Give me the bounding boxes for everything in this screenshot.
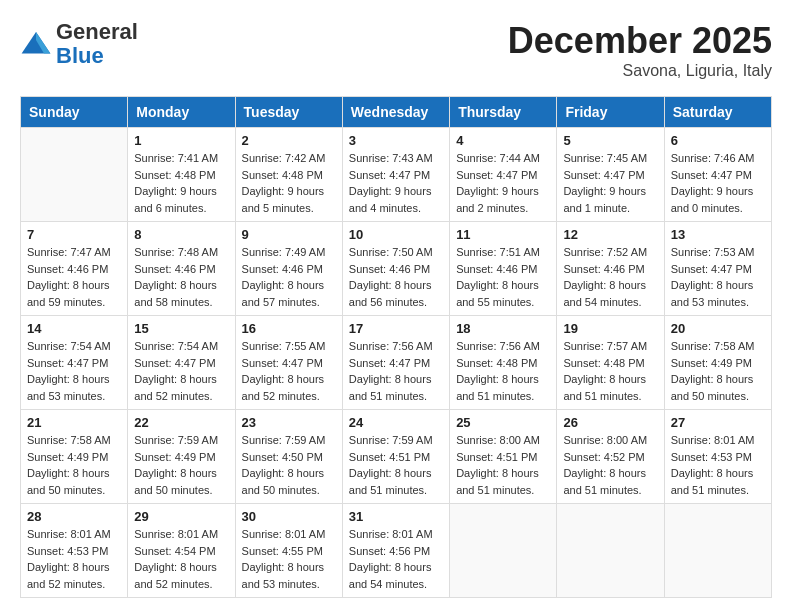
weekday-header-row: SundayMondayTuesdayWednesdayThursdayFrid… (21, 97, 772, 128)
day-number: 11 (456, 227, 550, 242)
calendar-cell: 10Sunrise: 7:50 AM Sunset: 4:46 PM Dayli… (342, 222, 449, 316)
day-number: 16 (242, 321, 336, 336)
calendar-cell: 14Sunrise: 7:54 AM Sunset: 4:47 PM Dayli… (21, 316, 128, 410)
calendar-cell: 25Sunrise: 8:00 AM Sunset: 4:51 PM Dayli… (450, 410, 557, 504)
day-info: Sunrise: 7:50 AM Sunset: 4:46 PM Dayligh… (349, 244, 443, 310)
calendar-cell: 17Sunrise: 7:56 AM Sunset: 4:47 PM Dayli… (342, 316, 449, 410)
weekday-header-thursday: Thursday (450, 97, 557, 128)
day-number: 22 (134, 415, 228, 430)
day-info: Sunrise: 7:54 AM Sunset: 4:47 PM Dayligh… (27, 338, 121, 404)
day-number: 8 (134, 227, 228, 242)
calendar-cell (557, 504, 664, 598)
calendar-week-row: 7Sunrise: 7:47 AM Sunset: 4:46 PM Daylig… (21, 222, 772, 316)
day-number: 31 (349, 509, 443, 524)
day-number: 9 (242, 227, 336, 242)
calendar-cell: 18Sunrise: 7:56 AM Sunset: 4:48 PM Dayli… (450, 316, 557, 410)
calendar-cell: 19Sunrise: 7:57 AM Sunset: 4:48 PM Dayli… (557, 316, 664, 410)
calendar-cell: 28Sunrise: 8:01 AM Sunset: 4:53 PM Dayli… (21, 504, 128, 598)
day-info: Sunrise: 7:54 AM Sunset: 4:47 PM Dayligh… (134, 338, 228, 404)
day-info: Sunrise: 7:56 AM Sunset: 4:47 PM Dayligh… (349, 338, 443, 404)
day-number: 1 (134, 133, 228, 148)
calendar-table: SundayMondayTuesdayWednesdayThursdayFrid… (20, 96, 772, 598)
day-number: 5 (563, 133, 657, 148)
calendar-cell: 23Sunrise: 7:59 AM Sunset: 4:50 PM Dayli… (235, 410, 342, 504)
weekday-header-saturday: Saturday (664, 97, 771, 128)
calendar-cell: 31Sunrise: 8:01 AM Sunset: 4:56 PM Dayli… (342, 504, 449, 598)
calendar-cell: 11Sunrise: 7:51 AM Sunset: 4:46 PM Dayli… (450, 222, 557, 316)
logo-icon (20, 28, 52, 60)
weekday-header-tuesday: Tuesday (235, 97, 342, 128)
day-info: Sunrise: 7:59 AM Sunset: 4:51 PM Dayligh… (349, 432, 443, 498)
day-number: 21 (27, 415, 121, 430)
calendar-cell: 26Sunrise: 8:00 AM Sunset: 4:52 PM Dayli… (557, 410, 664, 504)
day-number: 30 (242, 509, 336, 524)
calendar-cell: 12Sunrise: 7:52 AM Sunset: 4:46 PM Dayli… (557, 222, 664, 316)
day-info: Sunrise: 8:01 AM Sunset: 4:54 PM Dayligh… (134, 526, 228, 592)
day-info: Sunrise: 7:42 AM Sunset: 4:48 PM Dayligh… (242, 150, 336, 216)
day-info: Sunrise: 7:47 AM Sunset: 4:46 PM Dayligh… (27, 244, 121, 310)
calendar-week-row: 21Sunrise: 7:58 AM Sunset: 4:49 PM Dayli… (21, 410, 772, 504)
calendar-cell: 30Sunrise: 8:01 AM Sunset: 4:55 PM Dayli… (235, 504, 342, 598)
day-number: 10 (349, 227, 443, 242)
day-number: 2 (242, 133, 336, 148)
day-number: 13 (671, 227, 765, 242)
day-info: Sunrise: 7:51 AM Sunset: 4:46 PM Dayligh… (456, 244, 550, 310)
calendar-cell: 8Sunrise: 7:48 AM Sunset: 4:46 PM Daylig… (128, 222, 235, 316)
calendar-cell: 27Sunrise: 8:01 AM Sunset: 4:53 PM Dayli… (664, 410, 771, 504)
day-info: Sunrise: 7:59 AM Sunset: 4:49 PM Dayligh… (134, 432, 228, 498)
day-info: Sunrise: 7:48 AM Sunset: 4:46 PM Dayligh… (134, 244, 228, 310)
calendar-cell: 15Sunrise: 7:54 AM Sunset: 4:47 PM Dayli… (128, 316, 235, 410)
day-info: Sunrise: 8:01 AM Sunset: 4:55 PM Dayligh… (242, 526, 336, 592)
day-number: 7 (27, 227, 121, 242)
calendar-cell: 9Sunrise: 7:49 AM Sunset: 4:46 PM Daylig… (235, 222, 342, 316)
day-number: 12 (563, 227, 657, 242)
calendar-cell: 29Sunrise: 8:01 AM Sunset: 4:54 PM Dayli… (128, 504, 235, 598)
logo: General Blue (20, 20, 138, 68)
day-number: 24 (349, 415, 443, 430)
day-info: Sunrise: 8:01 AM Sunset: 4:56 PM Dayligh… (349, 526, 443, 592)
title-block: December 2025 Savona, Liguria, Italy (508, 20, 772, 80)
day-number: 3 (349, 133, 443, 148)
weekday-header-wednesday: Wednesday (342, 97, 449, 128)
calendar-week-row: 28Sunrise: 8:01 AM Sunset: 4:53 PM Dayli… (21, 504, 772, 598)
day-info: Sunrise: 7:49 AM Sunset: 4:46 PM Dayligh… (242, 244, 336, 310)
day-info: Sunrise: 7:57 AM Sunset: 4:48 PM Dayligh… (563, 338, 657, 404)
day-number: 14 (27, 321, 121, 336)
day-number: 27 (671, 415, 765, 430)
weekday-header-sunday: Sunday (21, 97, 128, 128)
day-info: Sunrise: 7:45 AM Sunset: 4:47 PM Dayligh… (563, 150, 657, 216)
day-info: Sunrise: 7:44 AM Sunset: 4:47 PM Dayligh… (456, 150, 550, 216)
weekday-header-monday: Monday (128, 97, 235, 128)
calendar-cell (450, 504, 557, 598)
calendar-cell: 20Sunrise: 7:58 AM Sunset: 4:49 PM Dayli… (664, 316, 771, 410)
calendar-cell: 21Sunrise: 7:58 AM Sunset: 4:49 PM Dayli… (21, 410, 128, 504)
calendar-cell: 6Sunrise: 7:46 AM Sunset: 4:47 PM Daylig… (664, 128, 771, 222)
calendar-cell (664, 504, 771, 598)
day-info: Sunrise: 7:43 AM Sunset: 4:47 PM Dayligh… (349, 150, 443, 216)
day-number: 26 (563, 415, 657, 430)
calendar-cell: 5Sunrise: 7:45 AM Sunset: 4:47 PM Daylig… (557, 128, 664, 222)
day-info: Sunrise: 7:46 AM Sunset: 4:47 PM Dayligh… (671, 150, 765, 216)
day-info: Sunrise: 8:00 AM Sunset: 4:51 PM Dayligh… (456, 432, 550, 498)
day-info: Sunrise: 7:56 AM Sunset: 4:48 PM Dayligh… (456, 338, 550, 404)
day-info: Sunrise: 7:58 AM Sunset: 4:49 PM Dayligh… (27, 432, 121, 498)
calendar-week-row: 14Sunrise: 7:54 AM Sunset: 4:47 PM Dayli… (21, 316, 772, 410)
calendar-cell: 22Sunrise: 7:59 AM Sunset: 4:49 PM Dayli… (128, 410, 235, 504)
day-info: Sunrise: 8:00 AM Sunset: 4:52 PM Dayligh… (563, 432, 657, 498)
day-number: 25 (456, 415, 550, 430)
weekday-header-friday: Friday (557, 97, 664, 128)
day-number: 20 (671, 321, 765, 336)
day-info: Sunrise: 7:41 AM Sunset: 4:48 PM Dayligh… (134, 150, 228, 216)
day-info: Sunrise: 7:59 AM Sunset: 4:50 PM Dayligh… (242, 432, 336, 498)
day-number: 29 (134, 509, 228, 524)
day-number: 18 (456, 321, 550, 336)
day-info: Sunrise: 7:55 AM Sunset: 4:47 PM Dayligh… (242, 338, 336, 404)
day-info: Sunrise: 7:58 AM Sunset: 4:49 PM Dayligh… (671, 338, 765, 404)
day-number: 15 (134, 321, 228, 336)
calendar-week-row: 1Sunrise: 7:41 AM Sunset: 4:48 PM Daylig… (21, 128, 772, 222)
day-number: 4 (456, 133, 550, 148)
page-header: General Blue December 2025 Savona, Ligur… (20, 20, 772, 80)
logo-general-text: General (56, 19, 138, 44)
day-number: 17 (349, 321, 443, 336)
day-info: Sunrise: 8:01 AM Sunset: 4:53 PM Dayligh… (671, 432, 765, 498)
